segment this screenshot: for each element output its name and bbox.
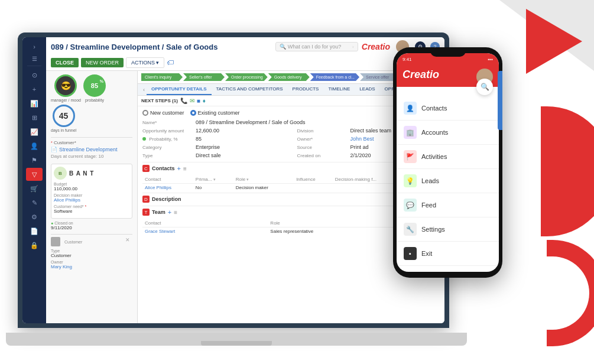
sidebar-icon-settings[interactable]: ⚙	[26, 210, 43, 223]
bant-avatar: B	[54, 167, 67, 180]
sidebar-icon-plus[interactable]: +	[26, 83, 43, 96]
probability-circle: 85 % probability	[83, 74, 106, 102]
phone-nav-contacts[interactable]: 👤 Contacts	[397, 96, 499, 121]
sidebar-icon-filter-active[interactable]: ▽	[26, 168, 43, 181]
customer-need-row: Customer need* * Software	[54, 204, 129, 214]
days-value: 45	[53, 105, 75, 127]
green-dot-icon: ●	[51, 221, 53, 225]
sidebar-icon-lock[interactable]: 🔒	[26, 239, 43, 252]
phone-nav-area: 👤 Contacts 🏢 Accounts 🚩 Activities 💡 Lea…	[397, 87, 499, 272]
laptop-screen-inner: › ☰ ⊙ + 📊 ⊞ 📈 👤 ⚑ ▽ 🛒 ✎ ⚙ 📄 🔒	[22, 37, 444, 323]
name-value: 089 / Streamline Development / Sale of G…	[196, 119, 306, 125]
left-panel: 😎 manager / mood 85 % probability	[46, 71, 138, 323]
team-menu-button[interactable]: ≡	[174, 209, 177, 216]
sidebar-icon-person[interactable]: 👤	[26, 139, 43, 152]
header-top: 089 / Streamline Development / Sale of G…	[51, 37, 440, 55]
tag-button[interactable]: 🏷	[167, 58, 174, 67]
tab-tactics[interactable]: TACTICS AND COMPETITORS	[212, 84, 288, 95]
contacts-add-button[interactable]: +	[177, 165, 181, 172]
close-customer-btn[interactable]: ✕	[125, 237, 130, 243]
new-order-button[interactable]: NEW ORDER	[81, 58, 124, 67]
team-add-button[interactable]: +	[168, 209, 171, 216]
sidebar-divider	[27, 66, 41, 66]
tab-opportunity-details[interactable]: OPPORTUNITY DETAILS	[147, 84, 212, 95]
sidebar-icon-flag[interactable]: ⚑	[26, 154, 43, 167]
owner-row: Owner Mary King	[51, 260, 132, 269]
search-icon: 🔍	[280, 44, 286, 50]
tab-leads[interactable]: LEADS	[355, 84, 379, 95]
phone-nav-exit[interactable]: ▪ Exit	[397, 242, 499, 266]
phone-nav-accounts[interactable]: 🏢 Accounts	[397, 121, 499, 145]
contacts-menu-button[interactable]: ≡	[183, 165, 187, 172]
sidebar-icon-grid[interactable]: ⊞	[26, 111, 43, 124]
probability-row: Probability, % 85	[142, 136, 285, 142]
team-contact-name[interactable]: Grace Stewart	[142, 228, 268, 236]
team-section-icon: T	[142, 209, 150, 216]
existing-customer-radio[interactable]	[190, 110, 196, 116]
new-customer-radio[interactable]	[142, 110, 148, 116]
phone-icon[interactable]: 📞	[180, 98, 187, 104]
actions-button[interactable]: ACTIONS ▾	[126, 57, 164, 68]
customer-section: * Customer* 📄 Streamline Development Day…	[51, 137, 132, 269]
sidebar-hamburger[interactable]: ☰	[32, 56, 37, 62]
phone-body: 9:41 ▪▪▪ Creatio 🔍 👤 Contacts 🏢 Accounts	[393, 47, 502, 278]
bg-arrow-red	[526, 9, 582, 74]
stage-goods-delivery[interactable]: Goods delivery	[268, 73, 310, 81]
phone-nav-leads[interactable]: 💡 Leads	[397, 169, 499, 193]
sidebar-icon-analytics[interactable]: 📈	[26, 125, 43, 138]
sidebar-icon-circle[interactable]: ⊙	[26, 69, 43, 82]
phone-nav-activities[interactable]: 🚩 Activities	[397, 145, 499, 169]
page-title: 089 / Streamline Development / Sale of G…	[51, 43, 218, 51]
phone-nav-settings[interactable]: 🔧 Settings	[397, 217, 499, 242]
search-placeholder: What can I do for you?	[288, 44, 342, 50]
contact-influence	[294, 184, 333, 192]
team-contact-col: Contact	[142, 219, 268, 228]
existing-customer-option[interactable]: Existing customer	[190, 110, 240, 116]
mini-avatar	[51, 237, 60, 246]
task-icon[interactable]: ■	[197, 98, 200, 104]
influence-col-header: Influence	[294, 176, 333, 184]
close-button[interactable]: CLOSE	[51, 58, 79, 67]
search-box[interactable]: 🔍 What can I do for you? ›	[275, 42, 358, 51]
bg-d-shape-bottom	[547, 240, 594, 346]
phone-notch	[430, 47, 466, 57]
phone-header: Creatio 🔍	[397, 65, 499, 87]
decision-maker-row: Decision maker Alice Phillips	[54, 193, 129, 203]
stage-order-processing[interactable]: Order processing	[225, 73, 268, 81]
exit-label: Exit	[421, 250, 432, 257]
bg-d-shape	[541, 106, 594, 236]
phone-nav-feed[interactable]: 💬 Feed	[397, 193, 499, 217]
tab-chevron-left[interactable]: ‹	[143, 87, 145, 93]
tab-products[interactable]: PRODUCTS	[288, 84, 324, 95]
sidebar-icon-cart[interactable]: 🛒	[26, 182, 43, 195]
accounts-label: Accounts	[421, 129, 448, 136]
team-section-title: Team	[152, 209, 165, 215]
owner-link[interactable]: John Best	[350, 136, 374, 142]
email-icon[interactable]: ✉	[190, 98, 194, 104]
description-section-title: Description	[152, 196, 181, 202]
sidebar-icon-chart[interactable]: 📊	[26, 97, 43, 110]
mood-icon: 😎	[54, 74, 77, 97]
sidebar-icon-edit[interactable]: ✎	[26, 196, 43, 209]
contact-name[interactable]: Alice Phillips	[142, 184, 193, 192]
stage-clients-inquiry[interactable]: Client's inquiry	[141, 73, 183, 81]
phone: 9:41 ▪▪▪ Creatio 🔍 👤 Contacts 🏢 Accounts	[393, 47, 502, 278]
probability-value: 85 %	[83, 74, 106, 97]
main-content: 089 / Streamline Development / Sale of G…	[46, 37, 444, 323]
sidebar-chevron-right[interactable]: ›	[26, 40, 43, 53]
exit-icon: ▪	[404, 247, 417, 260]
customer2-header: Customer ✕	[51, 237, 132, 246]
contact-primary: No	[193, 184, 233, 192]
customer-link[interactable]: Streamline Development	[59, 147, 118, 152]
stage-sellers-offer[interactable]: Seller's offer	[183, 73, 225, 81]
note-icon[interactable]: ♦	[203, 98, 206, 104]
phone-search-button[interactable]: 🔍	[476, 79, 493, 95]
sidebar-icon-doc[interactable]: 📄	[26, 225, 43, 238]
opportunity-amount-row: Opportunity amount 12,600.00	[142, 128, 285, 134]
stage-feedback[interactable]: Feedback from a cl...	[310, 73, 359, 81]
tab-timeline[interactable]: TIMELINE	[323, 84, 355, 95]
green-dot	[142, 137, 146, 141]
new-customer-option[interactable]: New customer	[142, 110, 184, 116]
role-col-header: Role ▾	[233, 176, 294, 184]
contact-role: Decision maker	[233, 184, 294, 192]
